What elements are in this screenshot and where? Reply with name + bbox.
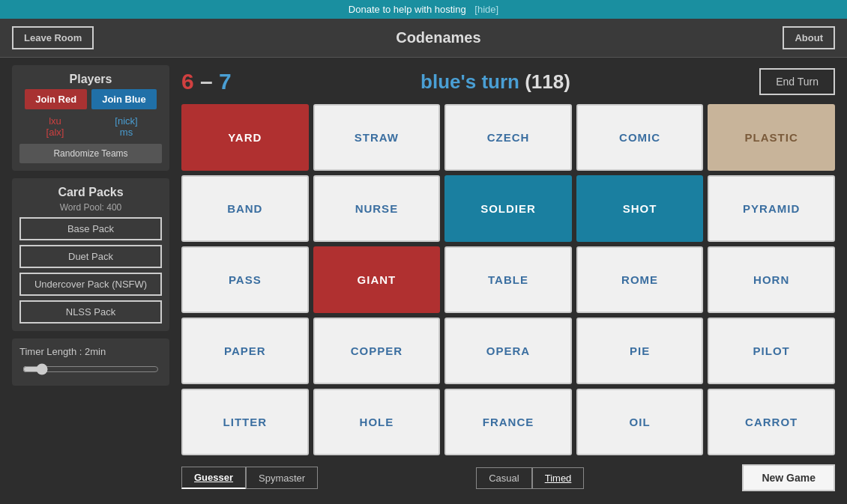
timer-label: Timer Length : 2min bbox=[19, 346, 162, 357]
guesser-tab[interactable]: Guesser bbox=[181, 467, 246, 489]
team-buttons: Join Red Join Blue bbox=[19, 89, 162, 109]
card-packs-section: Card Packs Word Pool: 400 Base Pack Duet… bbox=[12, 178, 169, 331]
card-plastic[interactable]: PLASTIC bbox=[708, 104, 835, 171]
card-copper[interactable]: COPPER bbox=[313, 318, 441, 384]
word-pool-label: Word Pool: 400 bbox=[19, 202, 162, 213]
join-blue-button[interactable]: Join Blue bbox=[91, 89, 157, 109]
card-litter[interactable]: LITTER bbox=[181, 389, 309, 455]
sidebar: Players Join Red Join Blue lxu [nick] [a… bbox=[12, 65, 169, 494]
card-comic[interactable]: COMIC bbox=[576, 104, 704, 171]
score-blue: 7 bbox=[219, 69, 232, 94]
timer-section: Timer Length : 2min bbox=[12, 338, 169, 386]
casual-tab[interactable]: Casual bbox=[476, 467, 531, 489]
game-area: 6 – 7 blue's turn (118) End Turn YARDSTR… bbox=[181, 65, 835, 494]
card-pyramid[interactable]: PYRAMID bbox=[708, 175, 835, 242]
card-table[interactable]: TABLE bbox=[444, 246, 572, 313]
banner-text: Donate to help with hosting bbox=[349, 4, 466, 15]
mode-tabs: Casual Timed bbox=[476, 467, 584, 489]
top-banner: Donate to help with hosting [hide] bbox=[0, 0, 847, 19]
card-straw[interactable]: STRAW bbox=[313, 104, 441, 171]
card-band[interactable]: BAND bbox=[181, 175, 309, 242]
card-grid: YARDSTRAWCZECHCOMICPLASTICBANDNURSESOLDI… bbox=[181, 104, 835, 455]
undercover-pack-button[interactable]: Undercover Pack (NSFW) bbox=[19, 273, 162, 296]
blue-player-2: ms bbox=[91, 127, 162, 138]
bottom-row: Guesser Spymaster Casual Timed New Game bbox=[181, 461, 835, 494]
card-yard[interactable]: YARD bbox=[181, 104, 309, 171]
main-content: Players Join Red Join Blue lxu [nick] [a… bbox=[0, 58, 847, 502]
score-separator: – bbox=[200, 69, 219, 94]
timed-tab[interactable]: Timed bbox=[532, 467, 585, 489]
card-oil[interactable]: OIL bbox=[576, 389, 704, 455]
banner-hide-link[interactable]: [hide] bbox=[474, 4, 498, 15]
card-opera[interactable]: OPERA bbox=[444, 318, 572, 384]
join-red-button[interactable]: Join Red bbox=[25, 89, 87, 109]
card-pilot[interactable]: PILOT bbox=[708, 318, 835, 384]
base-pack-button[interactable]: Base Pack bbox=[19, 217, 162, 240]
card-czech[interactable]: CZECH bbox=[444, 104, 572, 171]
spymaster-tab[interactable]: Spymaster bbox=[246, 467, 318, 489]
view-tabs: Guesser Spymaster bbox=[181, 467, 318, 489]
card-pass[interactable]: PASS bbox=[181, 246, 309, 313]
nlss-pack-button[interactable]: NLSS Pack bbox=[19, 300, 162, 324]
score-display: 6 – 7 bbox=[181, 69, 232, 94]
card-carrot[interactable]: CARROT bbox=[708, 389, 835, 455]
card-horn[interactable]: HORN bbox=[708, 246, 835, 313]
card-hole[interactable]: HOLE bbox=[313, 389, 441, 455]
card-giant[interactable]: GIANT bbox=[313, 246, 441, 313]
players-title: Players bbox=[19, 73, 162, 86]
turn-row: 6 – 7 blue's turn (118) End Turn bbox=[181, 65, 835, 98]
leave-room-button[interactable]: Leave Room bbox=[12, 26, 94, 49]
turn-indicator: blue's turn (118) bbox=[232, 70, 759, 94]
blue-player-1: [nick] bbox=[91, 115, 162, 127]
red-player-1: lxu bbox=[19, 115, 91, 127]
players-grid: lxu [nick] [alx] ms bbox=[19, 115, 162, 138]
card-packs-title: Card Packs bbox=[19, 186, 162, 199]
randomize-teams-button[interactable]: Randomize Teams bbox=[19, 144, 162, 163]
card-rome[interactable]: ROME bbox=[576, 246, 704, 313]
card-france[interactable]: FRANCE bbox=[444, 389, 572, 455]
card-soldier[interactable]: SOLDIER bbox=[444, 175, 572, 242]
header: Leave Room Codenames About bbox=[0, 19, 847, 58]
card-shot[interactable]: SHOT bbox=[576, 175, 704, 242]
turn-count: (118) bbox=[525, 70, 570, 93]
end-turn-button[interactable]: End Turn bbox=[759, 68, 835, 95]
card-pie[interactable]: PIE bbox=[576, 318, 704, 384]
about-button[interactable]: About bbox=[783, 26, 835, 49]
timer-slider-container bbox=[19, 363, 162, 378]
timer-slider[interactable] bbox=[22, 363, 159, 375]
turn-label: blue's turn bbox=[421, 70, 519, 93]
players-section: Players Join Red Join Blue lxu [nick] [a… bbox=[12, 65, 169, 171]
page-title: Codenames bbox=[94, 29, 783, 46]
new-game-button[interactable]: New Game bbox=[742, 464, 835, 491]
card-paper[interactable]: PAPER bbox=[181, 318, 309, 384]
red-player-2: [alx] bbox=[19, 127, 91, 138]
score-red: 6 bbox=[181, 69, 194, 94]
card-nurse[interactable]: NURSE bbox=[313, 175, 441, 242]
duet-pack-button[interactable]: Duet Pack bbox=[19, 245, 162, 268]
